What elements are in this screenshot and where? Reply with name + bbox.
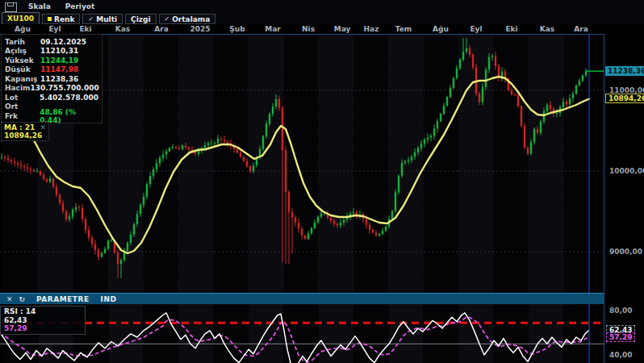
rsi-canvas[interactable] (0, 304, 604, 363)
menu-periyot[interactable]: Periyot (61, 2, 105, 10)
menu-skala[interactable]: Skala (23, 2, 61, 10)
cizgi-label: Çizgi (131, 15, 150, 23)
info-row: Hacim130.755.700.000 (5, 84, 98, 94)
last-price-flag: 11238,36 (605, 66, 644, 76)
close-icon[interactable]: ✕ (40, 123, 46, 131)
timeline-month: 2025 (190, 25, 210, 33)
renk-color-swatch (48, 17, 52, 21)
info-row: Düşük11147,98 (5, 65, 98, 75)
info-label: Ort (5, 102, 40, 111)
info-row: Açılış11210,31 (5, 47, 98, 56)
info-value: 11147,98 (40, 65, 78, 73)
time-axis: AğuEylEkiKasAra2025ŞubMarNisMayHazTemAğu… (0, 24, 604, 34)
timeline-month: Şub (229, 25, 245, 33)
info-label: Hacim (5, 84, 30, 92)
info-label: Frk (5, 112, 40, 120)
rsi-smooth-value: 57,29 (4, 324, 82, 333)
timeline-month: Eki (79, 25, 91, 33)
ma-price-flag: 10894,26 (605, 94, 644, 103)
ma-legend-box: MA : 21 ✕ 10894,26 (1, 122, 49, 141)
info-label: Tarih (5, 38, 40, 46)
info-value: 11238,36 (40, 75, 78, 83)
save-icon[interactable] (5, 2, 17, 12)
info-value: 09.12.2025 (40, 38, 86, 46)
timeline-month: Ağu (433, 25, 449, 33)
price-axis-tick: 9000,00 (609, 248, 642, 256)
check-icon: ✓ (88, 15, 94, 23)
info-value: 130.755.700.000 (30, 84, 98, 92)
info-row: Tarih09.12.2025 (5, 37, 98, 47)
menu-bar: Skala Periyot (0, 0, 644, 12)
info-row: Yüksek11244,19 (5, 56, 98, 65)
rsi-smooth-flag: 57,29 (606, 332, 635, 342)
info-label: Kapanış (5, 75, 40, 83)
timeline-month: Eyl (48, 25, 61, 33)
ma-legend-value: 10894,26 (4, 131, 46, 140)
multi-toggle[interactable]: ✓ Multi (82, 14, 123, 24)
cizgi-button[interactable]: Çizgi (125, 14, 156, 24)
timeline-month: Haz (364, 25, 379, 33)
ind-button[interactable]: IND (101, 295, 117, 303)
info-row: Lot5.402.578.000 (5, 93, 98, 102)
price-axis-tick: 10000,00 (609, 167, 644, 175)
timeline-month: May (334, 25, 351, 33)
renk-button[interactable]: Renk (42, 14, 80, 24)
indicator-pane-header: ✕ ↻ PARAMETRE IND (0, 293, 604, 304)
parametre-button[interactable]: PARAMETRE (36, 295, 89, 303)
timeline-month: Ara (574, 25, 588, 33)
timeline-month: Eki (505, 25, 517, 33)
timeline-month: Kas (115, 25, 130, 33)
price-axis: 9000,0010000,0011000,00 11238,36 10894,2… (604, 34, 644, 363)
rsi-indicator-chart[interactable] (0, 304, 604, 363)
ma-legend-title: MA : 21 (4, 123, 35, 131)
toolbar: XU100 Renk ✓ Multi Çizgi ✓ Ortalama (0, 12, 644, 24)
rsi-legend-box: RSI : 14 62,43 57,29 (0, 306, 86, 335)
rsi-current-value: 62,43 (4, 316, 82, 325)
info-label: Düşük (5, 65, 40, 73)
tab-xu100[interactable]: XU100 (2, 12, 40, 24)
rsi-params: RSI : 14 (4, 307, 82, 316)
info-value: 11210,31 (40, 47, 78, 55)
info-label: Lot (5, 94, 40, 102)
multi-label: Multi (96, 15, 117, 23)
info-label: Açılış (5, 47, 40, 55)
timeline-month: Tem (395, 25, 412, 33)
timeline-month: Eyl (470, 25, 482, 33)
renk-label: Renk (54, 15, 74, 23)
timeline-month: Nis (302, 25, 315, 33)
chart-application-window: Skala Periyot XU100 Renk ✓ Multi Çizgi ✓… (0, 0, 644, 363)
timeline-month: Mar (265, 25, 280, 33)
close-icon[interactable]: ✕ (6, 295, 13, 303)
ortalama-label: Ortalama (172, 15, 210, 23)
info-value: 11244,19 (40, 56, 78, 65)
info-row: Frk48,86 (% 0,44) (5, 111, 98, 121)
ohlc-info-panel: Tarih09.12.2025Açılış11210,31Yüksek11244… (1, 34, 102, 123)
ortalama-toggle[interactable]: ✓ Ortalama (159, 14, 216, 24)
info-value: 5.402.578.000 (40, 94, 98, 102)
timeline-month: Ara (154, 25, 168, 33)
rsi-axis-80: 80,00 (609, 307, 632, 315)
timeline-month: Ağu (15, 25, 31, 33)
refresh-icon[interactable]: ↻ (19, 295, 26, 303)
info-label: Yüksek (5, 56, 40, 65)
check-icon: ✓ (165, 15, 170, 23)
timeline-month: Kas (540, 25, 554, 33)
rsi-axis-40: 40,00 (609, 351, 632, 359)
info-row: Kapanış11238,36 (5, 74, 98, 84)
